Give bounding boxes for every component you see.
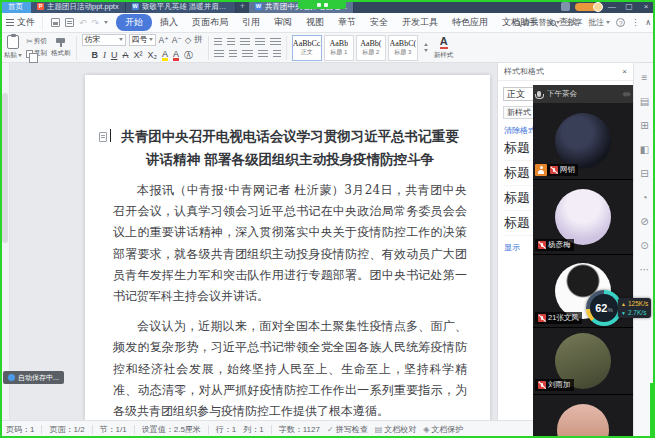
- clear-format-icon[interactable]: ◇: [185, 35, 192, 45]
- tab-ppt-document[interactable]: P 主题团日活动ppt.pptx: [31, 0, 126, 13]
- shading-icon[interactable]: [258, 50, 268, 58]
- app-switcher-icon[interactable]: [561, 2, 570, 11]
- enclosed-char-icon[interactable]: Ⓐ: [184, 49, 193, 62]
- target-icon[interactable]: ⊙: [640, 241, 648, 251]
- tab-word-document-1[interactable]: W 致敬平凡英雄 温暖并肩同行: [126, 0, 236, 13]
- maximize-button[interactable]: ▢: [623, 0, 635, 13]
- tab-security[interactable]: 安全: [364, 14, 394, 31]
- video-meeting-panel[interactable]: 下午茶会 ◆◆ 网销 杨彦梅 21张文凤 刘雨加: [533, 85, 633, 438]
- cut-button[interactable]: ✂剪切: [26, 37, 47, 46]
- file-menu-button[interactable]: 文件: [0, 16, 43, 30]
- increase-indent-icon[interactable]: [255, 38, 265, 46]
- export-tool-icon[interactable]: ⊞: [640, 121, 648, 131]
- align-left-icon[interactable]: [214, 50, 224, 58]
- network-speed-box: ▲125K/s ▼2.7K/s: [618, 298, 651, 318]
- numbered-list-icon[interactable]: [227, 38, 235, 46]
- superscript-icon[interactable]: X²: [133, 50, 142, 60]
- save-icon[interactable]: [51, 18, 60, 27]
- subscript-icon[interactable]: X₂: [147, 50, 157, 60]
- ppt-file-icon: P: [37, 3, 44, 10]
- italic-icon[interactable]: I: [103, 50, 106, 60]
- gallery-down-icon[interactable]: [424, 49, 428, 52]
- more-options-icon[interactable]: ⋮: [631, 18, 639, 27]
- history-icon[interactable]: ◔: [641, 193, 647, 203]
- borders-icon[interactable]: [273, 50, 281, 58]
- participant-tile[interactable]: [533, 395, 633, 438]
- tab-view[interactable]: 视图: [300, 14, 330, 31]
- margin-annotation-icon[interactable]: [99, 132, 107, 142]
- new-tab-button[interactable]: +: [236, 0, 249, 13]
- table-tool-icon[interactable]: ⊟: [640, 169, 648, 179]
- font-name-select[interactable]: 仿宋: [82, 34, 126, 46]
- meeting-header[interactable]: 下午茶会 ◆◆: [533, 85, 633, 103]
- gauge-value: 62: [595, 302, 607, 314]
- paste-button[interactable]: 粘贴: [4, 35, 22, 60]
- screen-share-bar[interactable]: [298, 0, 346, 9]
- style-normal[interactable]: AaBbCcDd正文: [292, 35, 322, 61]
- underline-icon[interactable]: U: [111, 50, 118, 60]
- protect-doc-button[interactable]: ◈文档保护: [423, 424, 463, 435]
- document-icon: ▤: [375, 425, 383, 434]
- participant-tile[interactable]: 网销: [533, 103, 633, 180]
- style-heading1[interactable]: AaBb标题 1: [324, 35, 354, 61]
- chevron-down-icon: [149, 38, 153, 41]
- undo-icon[interactable]: ↶: [79, 18, 87, 28]
- comment-button[interactable]: 批注: [588, 17, 610, 28]
- proofing-tool-icon[interactable]: ◧: [640, 145, 649, 155]
- tab-start[interactable]: 开始: [116, 14, 152, 31]
- proofread-button[interactable]: ▤文档校对: [375, 424, 417, 435]
- close-button[interactable]: ×: [640, 0, 652, 13]
- tab-page-layout[interactable]: 页面布局: [186, 14, 234, 31]
- style-heading3[interactable]: AaBbC(标题 3: [388, 35, 418, 61]
- left-scroll-strip[interactable]: [0, 63, 10, 420]
- style-heading2[interactable]: AaBb(标题 2: [356, 35, 386, 61]
- decrease-font-icon[interactable]: A⁻: [172, 35, 182, 45]
- tab-section[interactable]: 章节: [332, 14, 362, 31]
- cut-icon: ✂: [26, 38, 33, 46]
- scrollbar-thumb[interactable]: [2, 93, 8, 243]
- tab-special-apps[interactable]: 特色应用: [446, 14, 494, 31]
- font-color-icon[interactable]: A: [173, 50, 179, 61]
- bullet-list-icon[interactable]: [214, 38, 222, 46]
- align-center-icon[interactable]: [229, 50, 237, 58]
- menubar-right-actions: 查找替换 分享 批注 ? ⋮ ∧: [514, 13, 651, 32]
- font-size-select[interactable]: 四号: [129, 34, 156, 46]
- find-replace-button[interactable]: 查找替换: [514, 17, 560, 28]
- strikethrough-icon[interactable]: A: [122, 50, 128, 60]
- minimize-button[interactable]: —: [606, 0, 618, 13]
- format-painter-button[interactable]: 格式刷: [51, 38, 71, 58]
- member-badge[interactable]: [575, 3, 601, 11]
- tab-home[interactable]: 首页: [0, 0, 31, 13]
- edit-tool-icon[interactable]: ≡: [642, 73, 648, 83]
- copy-button[interactable]: 复制: [26, 49, 47, 58]
- tab-review[interactable]: 审阅: [268, 14, 298, 31]
- share-button[interactable]: 分享: [566, 17, 582, 28]
- document-page[interactable]: 共青团中央召开电视电话会议学习贯彻习近平总书记重要 讲话精神 部署各级团组织主动…: [85, 75, 490, 420]
- redo-icon[interactable]: ↷: [92, 18, 100, 28]
- gallery-up-icon[interactable]: [424, 43, 428, 46]
- spellcheck-toggle[interactable]: ✓拼写检查: [327, 424, 368, 435]
- help-icon[interactable]: ?: [616, 18, 625, 27]
- decrease-indent-icon[interactable]: [240, 38, 250, 46]
- tab-developer[interactable]: 开发工具: [396, 14, 444, 31]
- more-tools-icon[interactable]: ⋯: [640, 265, 650, 275]
- collapse-ribbon-icon[interactable]: ∧: [645, 18, 651, 27]
- highlight-color-icon[interactable]: A: [162, 50, 168, 61]
- participant-tile[interactable]: 杨彦梅: [533, 180, 633, 255]
- line-spacing-icon[interactable]: [270, 38, 281, 46]
- blocked-icon[interactable]: ⊘: [640, 217, 648, 227]
- performance-monitor-widget[interactable]: 62% ▲125K/s ▼2.7K/s: [586, 290, 651, 326]
- phonetic-guide-icon[interactable]: 拼: [194, 34, 203, 46]
- increase-font-icon[interactable]: A⁺: [159, 35, 169, 45]
- align-justify-icon[interactable]: [242, 50, 253, 58]
- print-icon[interactable]: [65, 18, 74, 27]
- tab-insert[interactable]: 插入: [154, 14, 184, 31]
- selection-tool-icon[interactable]: ▤: [640, 97, 649, 107]
- quickbar-dropdown-icon[interactable]: [104, 21, 108, 24]
- tab-references[interactable]: 引用: [236, 14, 266, 31]
- bold-icon[interactable]: B: [91, 50, 98, 60]
- new-style-button[interactable]: A 新样式: [434, 36, 454, 60]
- close-icon[interactable]: ×: [622, 67, 627, 76]
- participant-tile[interactable]: 刘雨加: [533, 328, 633, 395]
- word-count-status[interactable]: 字数：1127: [279, 424, 320, 435]
